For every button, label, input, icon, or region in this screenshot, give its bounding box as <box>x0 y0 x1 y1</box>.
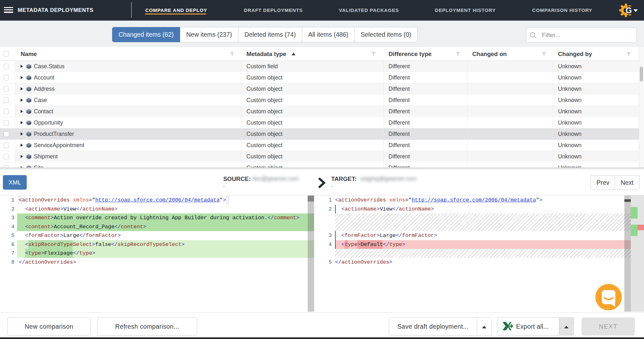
svg-text:G: G <box>626 6 632 15</box>
